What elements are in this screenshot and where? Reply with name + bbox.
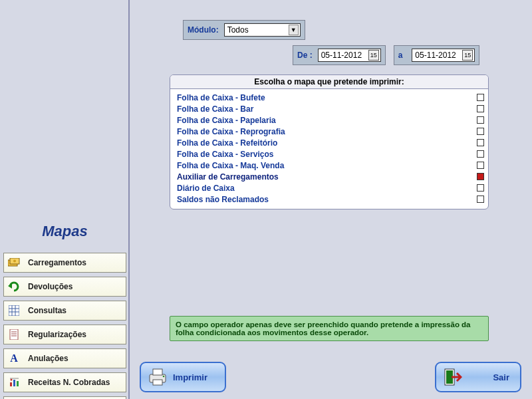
- list-item-label: Folha de Caixa - Maq. Venda: [177, 161, 284, 170]
- sidebar: Mapas Carregamentos Devoluções Consultas…: [0, 0, 130, 399]
- sidebar-item-mapas[interactable]: Mapas: [3, 396, 126, 399]
- list-item-label: Folha de Caixa - Papelaria: [177, 116, 276, 125]
- return-icon: [8, 281, 20, 293]
- list-item-checkbox[interactable]: [477, 128, 484, 135]
- sidebar-item-regularizacoes[interactable]: Regularizações: [3, 325, 126, 344]
- svg-rect-3: [9, 305, 19, 316]
- sidebar-item-consultas[interactable]: Consultas: [3, 301, 126, 321]
- list-item-label: Diário de Caixa: [177, 184, 235, 193]
- svg-point-2: [13, 260, 16, 263]
- chevron-down-icon: ▼: [289, 25, 299, 35]
- date-from-input[interactable]: 05-11-2012 15: [318, 49, 381, 62]
- list-item-label: Folha de Caixa - Bar: [177, 104, 253, 114]
- money-icon: [8, 257, 20, 269]
- sidebar-item-receitas-n-cobradas[interactable]: Receitas N. Cobradas: [3, 372, 126, 392]
- svg-rect-23: [153, 369, 162, 375]
- list-item-checkbox[interactable]: [477, 184, 484, 192]
- date-from-field: De : 05-11-2012 15: [293, 45, 386, 65]
- list-item-checkbox[interactable]: [477, 173, 484, 180]
- map-list-header: Escolha o mapa que pretende imprimir:: [170, 75, 488, 89]
- map-list-body: Folha de Caixa - BufeteFolha de Caixa - …: [170, 89, 488, 209]
- date-to-field: a 05-11-2012 15: [394, 45, 480, 65]
- info-message: O campo operador apenas deve ser preench…: [170, 316, 489, 341]
- list-item-checkbox[interactable]: [477, 196, 484, 203]
- list-item-checkbox[interactable]: [477, 139, 484, 146]
- sidebar-item-label: Consultas: [28, 306, 66, 315]
- exit-button[interactable]: Sair: [435, 362, 521, 392]
- svg-rect-12: [10, 382, 12, 386]
- list-item-checkbox[interactable]: [477, 162, 484, 169]
- list-item-label: Auxiliar de Carregamentos: [177, 172, 279, 182]
- sidebar-item-devolucoes[interactable]: Devoluções: [3, 277, 126, 297]
- modulo-value: Todos: [227, 25, 249, 35]
- calendar-icon: 15: [462, 50, 473, 61]
- map-list-panel: Escolha o mapa que pretende imprimir: Fo…: [170, 74, 489, 209]
- list-item-checkbox[interactable]: [477, 116, 484, 124]
- sidebar-item-carregamentos[interactable]: Carregamentos: [3, 253, 126, 273]
- list-item-label: Folha de Caixa - Refeitório: [177, 138, 277, 148]
- sidebar-nav: Carregamentos Devoluções Consultas Regul…: [3, 253, 126, 399]
- date-to-label: a: [398, 51, 403, 60]
- svg-point-25: [163, 376, 165, 378]
- exit-button-label: Sair: [493, 372, 509, 382]
- list-item[interactable]: Diário de Caixa: [177, 182, 484, 194]
- sidebar-item-label: Carregamentos: [28, 258, 86, 267]
- modulo-dropdown[interactable]: Todos ▼: [224, 23, 301, 37]
- date-range: De : 05-11-2012 15 a 05-11-2012 15: [293, 45, 479, 65]
- sidebar-title: Mapas: [0, 223, 130, 240]
- list-item[interactable]: Folha de Caixa - Bar: [177, 103, 484, 114]
- svg-rect-13: [13, 380, 15, 386]
- list-item[interactable]: Auxiliar de Carregamentos: [177, 171, 484, 182]
- list-item-label: Folha de Caixa - Reprografia: [177, 127, 285, 136]
- date-from-label: De :: [297, 51, 313, 60]
- svg-point-15: [11, 379, 13, 381]
- print-button-label: Imprimir: [173, 372, 207, 382]
- sidebar-item-label: Receitas N. Cobradas: [28, 378, 110, 387]
- date-to-input[interactable]: 05-11-2012 15: [412, 49, 475, 62]
- list-item[interactable]: Folha de Caixa - Bufete: [177, 92, 484, 103]
- sidebar-item-label: Regularizações: [28, 330, 86, 339]
- list-item[interactable]: Folha de Caixa - Refeitório: [177, 137, 484, 148]
- print-button[interactable]: Imprimir: [140, 362, 226, 392]
- exit-icon: [443, 367, 463, 387]
- list-item[interactable]: Folha de Caixa - Reprografia: [177, 126, 484, 137]
- list-item-checkbox[interactable]: [477, 150, 484, 158]
- svg-rect-8: [10, 329, 18, 340]
- chart-icon: [8, 376, 20, 388]
- date-to-value: 05-11-2012: [415, 51, 456, 60]
- svg-rect-14: [17, 381, 19, 386]
- list-item[interactable]: Saldos não Reclamados: [177, 194, 484, 205]
- list-item-label: Folha de Caixa - Bufete: [177, 93, 265, 102]
- list-item-checkbox[interactable]: [477, 94, 484, 101]
- sidebar-item-label: Anulações: [28, 354, 68, 363]
- modulo-field: Módulo: Todos ▼: [183, 20, 305, 40]
- list-item-label: Saldos não Reclamados: [177, 195, 269, 204]
- printer-icon: [148, 367, 168, 387]
- modulo-label: Módulo:: [188, 25, 219, 35]
- list-item[interactable]: Folha de Caixa - Papelaria: [177, 114, 484, 126]
- main-area: Módulo: Todos ▼ De : 05-11-2012 15 a 05-…: [133, 0, 528, 399]
- sidebar-item-label: Devoluções: [28, 282, 72, 291]
- letter-a-icon: A: [8, 352, 20, 364]
- list-item[interactable]: Folha de Caixa - Maq. Venda: [177, 160, 484, 171]
- list-item[interactable]: Folha de Caixa - Serviços: [177, 148, 484, 160]
- document-icon: [8, 329, 20, 340]
- list-item-label: Folha de Caixa - Serviços: [177, 150, 273, 159]
- date-from-value: 05-11-2012: [321, 51, 362, 60]
- svg-rect-24: [153, 380, 162, 385]
- grid-icon: [8, 305, 20, 317]
- sidebar-item-anulacoes[interactable]: A Anulações: [3, 348, 126, 368]
- calendar-icon: 15: [368, 50, 379, 61]
- list-item-checkbox[interactable]: [477, 105, 484, 112]
